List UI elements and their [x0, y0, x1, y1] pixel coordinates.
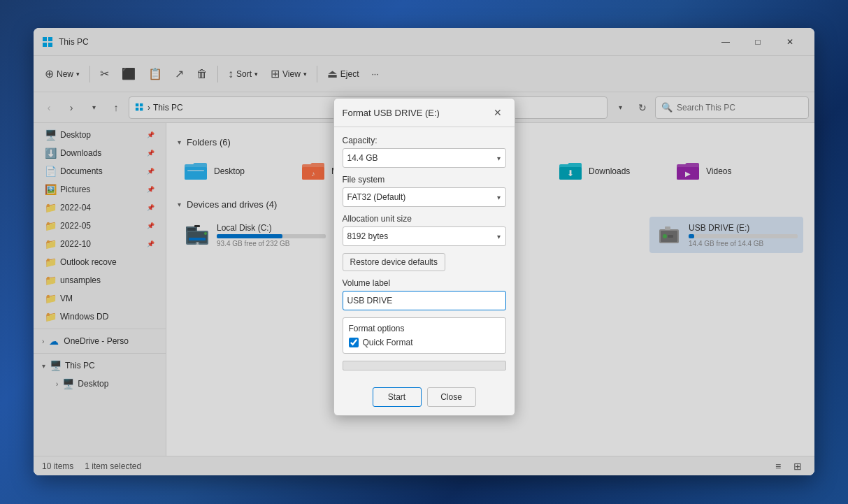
svg-rect-33	[665, 226, 670, 230]
sidebar-item-2022-05[interactable]: 📁 2022-05 📌	[36, 217, 163, 235]
grid-view-button[interactable]: ⊞	[789, 458, 806, 475]
window-title: This PC	[59, 37, 710, 47]
capacity-label: Capacity:	[343, 136, 506, 145]
folder-icon: 📁	[45, 202, 56, 213]
folder-videos-icon: ▶	[675, 159, 700, 184]
drive-e-detail: 14.4 GB free of 14.4 GB	[689, 240, 798, 247]
sidebar-item-vm[interactable]: 📁 VM	[36, 289, 163, 308]
sidebar-item-2022-04[interactable]: 📁 2022-04 📌	[36, 199, 163, 217]
sort-label: Sort	[236, 69, 252, 79]
collapse-chevron-icon: ▾	[42, 362, 45, 370]
sidebar-desktop-child-label: Desktop	[78, 379, 108, 389]
capacity-wrapper: 14.4 GB ▾	[343, 148, 506, 168]
drive-e-bar-container	[689, 234, 798, 238]
sort-button[interactable]: ↕ Sort ▾	[222, 62, 264, 87]
recent-button[interactable]: ▾	[84, 98, 103, 117]
drive-e-name: USB DRIVE (E:)	[689, 223, 798, 233]
search-box[interactable]: 🔍	[655, 96, 809, 119]
sidebar-item-unsamples[interactable]: 📁 unsamples	[36, 271, 163, 289]
toolbar-divider-1	[89, 66, 90, 82]
status-bar: 10 items 1 item selected ≡ ⊞	[34, 456, 814, 475]
sidebar-item-thispc[interactable]: ▾ 🖥️ This PC	[36, 357, 163, 375]
search-input[interactable]	[677, 103, 803, 113]
toolbar-divider-3	[317, 66, 317, 82]
sidebar-item-label: VM	[60, 294, 73, 303]
svg-rect-32	[668, 235, 673, 238]
up-button[interactable]: ↑	[106, 98, 126, 117]
pin-icon: 📌	[147, 240, 154, 247]
filesystem-select[interactable]: FAT32 (Default)NTFSexFAT	[343, 187, 506, 207]
drive-item-c[interactable]: ⊞ Local Disk (C:) 93.4 GB free of 232 GB	[178, 217, 331, 253]
volume-label-input[interactable]	[343, 291, 506, 310]
view-button[interactable]: ⊞ View ▾	[265, 62, 312, 87]
sidebar-item-onedrive[interactable]: › ☁ OneDrive - Perso	[36, 332, 163, 350]
drive-item-e[interactable]: USB DRIVE (E:) 14.4 GB free of 14.4 GB	[649, 217, 803, 253]
eject-button[interactable]: ⏏ Eject	[322, 62, 365, 87]
close-dialog-button[interactable]: Close	[427, 387, 476, 407]
sidebar-item-documents[interactable]: 📄 Documents 📌	[36, 162, 163, 180]
capacity-select[interactable]: 14.4 GB	[343, 148, 506, 168]
copy-icon: ⬛	[122, 67, 136, 80]
svg-rect-7	[140, 108, 143, 110]
start-button[interactable]: Start	[373, 387, 422, 407]
pictures-icon: 🖼️	[45, 184, 56, 195]
close-button[interactable]: ✕	[774, 28, 806, 56]
svg-rect-6	[136, 108, 138, 110]
dialog-close-button[interactable]: ✕	[489, 104, 506, 121]
back-button[interactable]: ‹	[39, 98, 59, 117]
sidebar-item-downloads[interactable]: ⬇️ Downloads 📌	[36, 144, 163, 162]
sidebar-item-outlook[interactable]: 📁 Outlook recove	[36, 253, 163, 271]
search-icon: 🔍	[661, 102, 673, 113]
folder-item-desktop[interactable]: Desktop	[178, 154, 289, 188]
drive-e-bar	[689, 234, 694, 238]
folder-item-videos[interactable]: ▶ Videos	[670, 154, 782, 188]
copy-button[interactable]: ⬛	[116, 62, 141, 87]
sidebar-item-thispc-desktop[interactable]: › 🖥️ Desktop	[36, 375, 163, 393]
new-button[interactable]: ⊕ New ▾	[39, 62, 85, 87]
sidebar-item-windowsdd[interactable]: 📁 Windows DD	[36, 308, 163, 326]
drive-c-icon: ⊞	[183, 221, 211, 249]
drive-e-icon	[655, 221, 683, 249]
more-label: ···	[372, 69, 379, 79]
spacer	[508, 217, 582, 253]
svg-rect-2	[43, 43, 47, 47]
format-options-title: Format options	[349, 324, 500, 333]
new-chevron-icon: ▾	[76, 71, 80, 78]
paste-button[interactable]: 📋	[143, 62, 168, 87]
svg-text:▶: ▶	[685, 170, 691, 178]
svg-rect-5	[140, 103, 143, 106]
sidebar-divider-1	[34, 329, 166, 329]
sidebar-item-pictures[interactable]: 🖼️ Pictures 📌	[36, 180, 163, 199]
sidebar-item-label: Outlook recove	[60, 257, 117, 267]
items-count: 10 items	[42, 461, 73, 471]
dialog-title: Format USB DRIVE (E:)	[343, 108, 489, 118]
sidebar-item-2022-10[interactable]: 📁 2022-10 📌	[36, 235, 163, 253]
forward-button[interactable]: ›	[62, 98, 81, 117]
restore-defaults-button[interactable]: Restore device defaults	[343, 253, 445, 271]
sidebar-onedrive-label: OneDrive - Perso	[64, 336, 129, 346]
list-view-button[interactable]: ≡	[770, 458, 786, 475]
filesystem-label: File system	[343, 175, 506, 185]
maximize-button[interactable]: □	[742, 28, 774, 56]
address-dropdown-button[interactable]: ▾	[610, 98, 630, 117]
folder-item-downloads[interactable]: ⬇ Downloads	[552, 154, 664, 188]
more-button[interactable]: ···	[366, 62, 385, 87]
sidebar-thispc-label: This PC	[65, 361, 95, 370]
sidebar-item-desktop[interactable]: 🖥️ Desktop 📌	[36, 126, 163, 144]
new-label: New	[57, 69, 73, 79]
alloc-select[interactable]: 512 bytes1024 bytes2048 bytes4096 bytes8…	[343, 226, 506, 246]
sidebar-divider-2	[34, 353, 166, 354]
pin-icon: 📌	[147, 222, 154, 229]
sort-chevron-icon: ▾	[254, 71, 258, 78]
folder-downloads-name: Downloads	[589, 166, 630, 176]
format-progress-bar	[343, 361, 506, 370]
quick-format-checkbox[interactable]	[349, 338, 359, 347]
svg-rect-0	[43, 37, 47, 41]
dialog-title-bar: Format USB DRIVE (E:) ✕	[334, 99, 515, 127]
share-button[interactable]: ↗	[169, 62, 189, 87]
sidebar-item-label: Desktop	[60, 130, 91, 140]
refresh-button[interactable]: ↻	[633, 98, 652, 117]
delete-button[interactable]: 🗑	[191, 62, 213, 87]
minimize-button[interactable]: —	[710, 28, 742, 56]
cut-button[interactable]: ✂	[94, 62, 115, 87]
